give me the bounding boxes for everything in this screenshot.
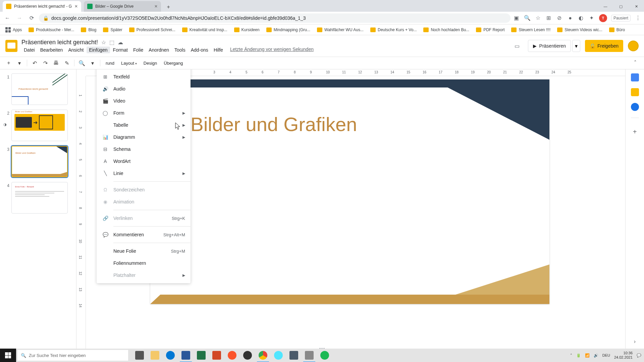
bookmark-item[interactable]: Steuern Lesen !!!!	[508, 26, 553, 34]
menu-format[interactable]: Format	[111, 47, 130, 53]
add-addon-button[interactable]: +	[633, 128, 637, 136]
hide-panel-button[interactable]: ›	[634, 339, 636, 345]
print-button[interactable]: 🖶	[51, 58, 61, 68]
bookmark-item[interactable]: Wahlfächer WU Aus...	[314, 26, 366, 34]
battery-icon[interactable]: 🔋	[576, 353, 581, 358]
design-button[interactable]: Design	[141, 61, 160, 66]
transition-button[interactable]: Übergang	[161, 61, 185, 66]
maximize-button[interactable]: ▢	[613, 1, 629, 12]
browser-tab[interactable]: Bilder – Google Drive ✕	[84, 1, 161, 12]
menu-datei[interactable]: Datei	[21, 47, 37, 53]
slide-thumb-4[interactable]: Erste Folie – Beispiel	[11, 182, 68, 214]
bookmark-item[interactable]: Blog	[78, 26, 99, 34]
brave-icon[interactable]	[225, 349, 239, 362]
slide-thumb-2[interactable]: Bilder und Grafiken ➜	[11, 110, 68, 141]
account-avatar[interactable]	[628, 41, 639, 51]
last-edit-link[interactable]: Letzte Änderung vor wenigen Sekunden	[230, 47, 314, 53]
chrome-icon[interactable]	[256, 349, 270, 362]
menu-item-linie[interactable]: ╲Linie▶	[97, 167, 191, 179]
explorer-icon[interactable]	[148, 349, 162, 362]
minimize-button[interactable]: —	[598, 1, 613, 12]
app1-icon[interactable]	[286, 349, 301, 362]
edge2-icon[interactable]	[271, 349, 286, 362]
bookmark-item[interactable]: Büro	[606, 26, 628, 34]
excel-icon[interactable]	[194, 349, 209, 362]
menu-hilfe[interactable]: Hilfe	[211, 47, 225, 53]
present-dropdown[interactable]: ▾	[572, 40, 580, 52]
task-view-button[interactable]	[132, 349, 147, 362]
slide-title[interactable]: Bilder und Grafiken	[191, 113, 357, 135]
menu-item-audio[interactable]: 🔊Audio	[97, 83, 191, 95]
url-field[interactable]: 🔒 docs.google.com/presentation/d/1yV372S…	[39, 13, 511, 23]
menu-einfuegen[interactable]: Einfügen	[87, 47, 110, 53]
edge-icon[interactable]	[163, 349, 178, 362]
cloud-icon[interactable]: ☁	[118, 39, 123, 46]
star-icon[interactable]: ☆	[535, 15, 541, 21]
background-button[interactable]: rund	[103, 61, 117, 66]
notifications-icon[interactable]: 💬	[637, 353, 641, 358]
bookmark-item[interactable]: Kreativität und Insp...	[179, 26, 230, 34]
bookmark-item[interactable]: Steuern Videos wic...	[554, 26, 605, 34]
menu-bearbeiten[interactable]: Bearbeiten	[38, 47, 65, 53]
menu-item-wordart[interactable]: AWordArt	[97, 155, 191, 167]
collapse-toolbar-button[interactable]: ˆ	[631, 58, 640, 68]
reader-icon[interactable]: ⊞	[545, 15, 552, 21]
star-icon[interactable]: ☆	[101, 39, 106, 46]
profile-avatar[interactable]: T	[599, 14, 607, 22]
reload-button[interactable]: ⟳	[27, 13, 36, 23]
zoom-icon[interactable]: 🔍	[524, 15, 531, 21]
new-slide-button[interactable]: +	[4, 58, 13, 68]
close-window-button[interactable]: ✕	[629, 1, 644, 12]
browser-tab-active[interactable]: Präsentieren leicht gemacht! - G ✕	[3, 1, 81, 12]
back-button[interactable]: ←	[3, 13, 12, 23]
paint-format-button[interactable]: ✎	[62, 58, 71, 68]
menu-tools[interactable]: Tools	[172, 47, 188, 53]
volume-icon[interactable]: 🔊	[594, 353, 598, 358]
new-tab-button[interactable]: +	[164, 2, 173, 12]
ext2-icon[interactable]: ◐	[578, 15, 584, 21]
keep-icon[interactable]	[631, 88, 639, 96]
tasks-icon[interactable]	[631, 103, 639, 111]
undo-button[interactable]: ↶	[30, 58, 39, 68]
obs-icon[interactable]	[240, 349, 255, 362]
spotify-icon[interactable]	[317, 349, 332, 362]
bookmark-item[interactable]: Deutsche Kurs + Vo...	[368, 26, 419, 34]
clock[interactable]: 10:36 24.02.2021	[614, 351, 633, 360]
menu-item-foliennummern[interactable]: Foliennummern	[97, 257, 191, 269]
tray-chevron-icon[interactable]: ˄	[570, 353, 572, 358]
filmstrip[interactable]: 1 Präsentieren leicht gemacht! 2 ◑ Bilde…	[0, 69, 76, 349]
present-button[interactable]: ▶ Präsentieren	[528, 40, 571, 52]
menu-ansicht[interactable]: Ansicht	[66, 47, 86, 53]
bookmark-item[interactable]: PDF Report	[473, 26, 507, 34]
pause-badge[interactable]: Pausiert	[611, 15, 631, 21]
zoom-dropdown[interactable]: ▾	[88, 58, 97, 68]
extensions-icon[interactable]: ✦	[588, 15, 595, 21]
menu-item-tabelle[interactable]: Tabelle▶	[97, 119, 191, 131]
slide-thumb-1[interactable]: Präsentieren leicht gemacht!	[11, 73, 68, 105]
bookmark-item[interactable]: Noch hochladen Bu...	[421, 26, 472, 34]
forward-button[interactable]: →	[15, 13, 24, 23]
move-icon[interactable]: ⬚	[109, 39, 114, 46]
menu-item-textfeld[interactable]: ⊞Textfeld	[97, 71, 191, 83]
doc-title[interactable]: Präsentieren leicht gemacht!	[21, 39, 98, 46]
word-icon[interactable]	[178, 349, 193, 362]
menu-item-form[interactable]: ◯Form▶	[97, 107, 191, 119]
bookmark-item[interactable]: Mindmapping (Gru...	[264, 26, 313, 34]
close-tab-icon[interactable]: ✕	[74, 4, 78, 9]
layout-button[interactable]: Layout	[118, 61, 140, 66]
menu-addons[interactable]: Add-ons	[189, 47, 211, 53]
apps-button[interactable]: Apps	[3, 26, 24, 34]
menu-item-video[interactable]: 🎬Video	[97, 95, 191, 107]
start-button[interactable]	[0, 349, 16, 362]
powerpoint-icon[interactable]	[209, 349, 224, 362]
zoom-button[interactable]: 🔍	[77, 58, 87, 68]
menu-icon[interactable]: ⋮	[635, 15, 641, 21]
menu-folie[interactable]: Folie	[131, 47, 146, 53]
language-indicator[interactable]: DEU	[602, 353, 610, 357]
close-tab-icon[interactable]: ✕	[154, 4, 158, 9]
bookmark-item[interactable]: Später	[100, 26, 125, 34]
comments-button[interactable]: ▭	[511, 40, 523, 52]
redo-button[interactable]: ↷	[41, 58, 50, 68]
menu-item-neue-folie[interactable]: Neue FolieStrg+M	[97, 245, 191, 257]
share-button[interactable]: 🔒 Freigeben	[585, 40, 623, 52]
